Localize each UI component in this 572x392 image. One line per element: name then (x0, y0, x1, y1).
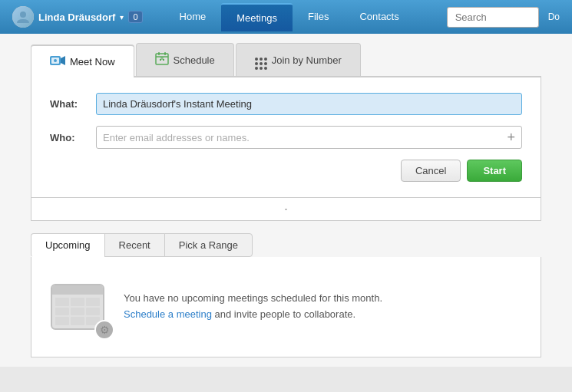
svg-marker-2 (61, 56, 65, 65)
user-profile[interactable]: Linda Dräusdorf ▾ 0 (6, 3, 149, 31)
what-input[interactable] (96, 93, 522, 115)
schedule-icon (155, 51, 169, 68)
cal-cell (71, 317, 84, 325)
svg-rect-7 (164, 52, 166, 55)
who-row: Who: Enter email addresses or names. + (50, 126, 522, 149)
cal-cell (86, 298, 100, 306)
user-name-label: Linda Dräusdorf (38, 12, 115, 23)
separator: · (31, 198, 541, 221)
no-meetings-line2: Schedule a meeting and invite people to … (124, 307, 382, 323)
notification-badge: 0 (128, 11, 142, 23)
cal-cell (55, 298, 69, 306)
upcoming-content: ⚙ You have no upcoming meetings schedule… (31, 257, 541, 357)
tab-meet-now-label: Meet Now (70, 56, 115, 68)
tab-join-by-number-label: Join by Number (272, 54, 342, 66)
cal-header (52, 285, 103, 295)
cal-cell (86, 308, 100, 316)
avatar-image (12, 6, 34, 28)
cal-gear-icon: ⚙ (94, 320, 114, 340)
tab-recent[interactable]: Recent (104, 233, 165, 257)
who-placeholder: Enter email addresses or names. (103, 132, 507, 143)
svg-point-0 (20, 12, 26, 18)
no-meetings-line1: You have no upcoming meetings scheduled … (124, 291, 382, 307)
cal-cell (55, 317, 69, 325)
form-actions: Cancel Start (50, 160, 522, 182)
nav-home[interactable]: Home (164, 3, 222, 31)
cal-grid (52, 295, 103, 328)
cancel-button[interactable]: Cancel (401, 160, 461, 182)
keypad-icon (255, 50, 267, 70)
start-button[interactable]: Start (467, 160, 522, 182)
who-label: Who: (50, 132, 96, 143)
nav-files[interactable]: Files (293, 3, 344, 31)
meetings-list-section: Upcoming Recent Pick a Range (31, 233, 541, 357)
cal-cell (71, 308, 84, 316)
schedule-meeting-link[interactable]: Schedule a meeting (124, 308, 212, 320)
cta-suffix: and invite people to collaborate. (212, 308, 355, 320)
who-input-wrapper[interactable]: Enter email addresses or names. + (96, 126, 522, 149)
tab-meet-now[interactable]: Meet Now (31, 44, 134, 77)
tab-schedule-label: Schedule (174, 54, 215, 66)
what-row: What: (50, 93, 522, 115)
nav-items: Home Meetings Files Contacts (164, 3, 415, 31)
tab-upcoming[interactable]: Upcoming (31, 233, 105, 257)
tab-schedule[interactable]: Schedule (136, 43, 234, 76)
nav-meetings[interactable]: Meetings (221, 3, 293, 31)
meet-now-form: What: Who: Enter email addresses or name… (31, 77, 541, 198)
calendar-icon-wrapper: ⚙ (47, 280, 108, 334)
search-input[interactable] (447, 7, 539, 28)
who-add-button[interactable]: + (507, 130, 515, 144)
avatar (12, 6, 34, 28)
meet-now-icon (50, 54, 65, 70)
no-meetings-message: You have no upcoming meetings scheduled … (124, 291, 382, 323)
svg-rect-6 (158, 52, 160, 55)
what-label: What: (50, 98, 96, 110)
tab-pick-range[interactable]: Pick a Range (164, 233, 253, 257)
do-not-disturb-label: Do (542, 8, 566, 25)
cal-cell (71, 298, 84, 306)
cal-cell (55, 308, 69, 316)
top-nav-bar: Linda Dräusdorf ▾ 0 Home Meetings Files … (0, 0, 572, 34)
svg-rect-10 (160, 59, 161, 61)
user-dropdown-arrow-icon: ▾ (120, 13, 124, 21)
main-content: Meet Now Schedule (0, 34, 572, 367)
tab-join-by-number[interactable]: Join by Number (236, 43, 361, 76)
meeting-tabs-bar: Meet Now Schedule (31, 43, 541, 77)
svg-rect-11 (163, 59, 164, 61)
nav-contacts[interactable]: Contacts (344, 3, 414, 31)
svg-point-4 (54, 59, 57, 62)
upcoming-tabs-bar: Upcoming Recent Pick a Range (31, 233, 541, 257)
